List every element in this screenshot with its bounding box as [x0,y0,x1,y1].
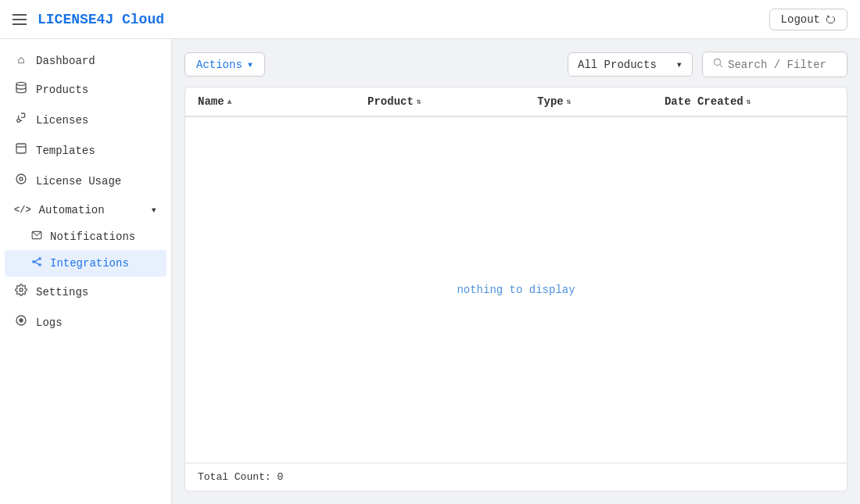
svg-point-0 [16,82,26,85]
sidebar-item-label: Notifications [50,231,135,243]
topbar: LICENSE4J Cloud Logout ⭮ [0,0,860,39]
sidebar: ⌂ Dashboard Products Licenses Templates [0,39,172,504]
sidebar-item-automation[interactable]: </> Automation ▾ [0,196,171,223]
settings-icon [14,284,28,300]
sidebar-item-notifications[interactable]: Notifications [0,223,171,250]
search-icon [712,57,723,72]
sidebar-item-label: Logs [36,316,63,329]
column-header-type[interactable]: Type ⇅ [537,95,665,108]
column-header-product[interactable]: Product ⇅ [367,95,537,108]
column-date-label: Date Created [665,95,744,108]
column-header-date-created[interactable]: Date Created ⇅ [665,95,834,108]
total-count-label: Total Count: 0 [198,471,283,483]
svg-point-9 [39,264,41,266]
svg-point-14 [20,319,23,322]
table-footer: Total Count: 0 [185,463,847,491]
sidebar-item-label: License Usage [36,175,121,188]
table-header: Name ▲ Product ⇅ Type ⇅ Date Created ⇅ [185,88,847,117]
logout-label: Logout [781,13,820,26]
toolbar: Actions ▾ All Products ▾ [185,52,847,77]
topbar-left: LICENSE4J Cloud [13,12,164,27]
actions-label: Actions [196,59,242,71]
svg-point-15 [714,59,720,65]
automation-icon: </> [14,205,31,216]
sidebar-item-label: Templates [36,145,95,157]
sidebar-item-dashboard[interactable]: ⌂ Dashboard [0,47,171,74]
notifications-icon [31,230,42,244]
products-chevron-icon: ▾ [676,58,683,71]
products-filter-select[interactable]: All Products ▾ [568,52,693,77]
svg-point-12 [20,288,23,291]
main-layout: ⌂ Dashboard Products Licenses Templates [0,39,860,504]
templates-icon [14,142,28,159]
column-product-label: Product [367,95,414,108]
sidebar-item-label: Products [36,84,88,96]
actions-button[interactable]: Actions ▾ [185,52,265,77]
sidebar-item-templates[interactable]: Templates [0,135,171,166]
column-header-name[interactable]: Name ▲ [198,95,367,108]
sidebar-item-label: Settings [36,286,88,298]
products-filter-label: All Products [578,59,657,71]
products-icon [14,81,28,98]
brand-title: LICENSE4J Cloud [38,12,164,27]
sort-product-icon: ⇅ [417,97,421,106]
sidebar-item-label: Integrations [50,257,129,270]
menu-hamburger-icon[interactable] [13,14,27,25]
sidebar-item-settings[interactable]: Settings [0,277,171,307]
sidebar-item-label: Licenses [36,114,88,127]
logs-icon [14,314,28,331]
svg-rect-2 [16,144,26,153]
sidebar-item-label: Automation [39,204,105,216]
sidebar-item-products[interactable]: Products [0,74,171,105]
sidebar-item-label: Dashboard [36,55,95,67]
svg-point-5 [20,177,23,181]
table-body: nothing to display [185,117,847,463]
data-table: Name ▲ Product ⇅ Type ⇅ Date Created ⇅ n… [185,87,847,491]
column-name-label: Name [198,95,224,108]
sort-type-icon: ⇅ [567,97,572,106]
svg-point-7 [33,261,34,263]
empty-message: nothing to display [457,284,575,296]
content-area: Actions ▾ All Products ▾ Name ▲ [172,39,860,504]
svg-line-10 [34,259,39,263]
sidebar-item-license-usage[interactable]: License Usage [0,166,171,196]
svg-point-4 [16,174,26,184]
chevron-down-icon: ▾ [151,203,157,216]
integrations-icon [31,256,42,270]
search-input[interactable] [728,59,837,71]
column-type-label: Type [537,95,564,108]
search-filter-box [702,52,847,77]
logout-button[interactable]: Logout ⭮ [769,9,847,30]
sidebar-item-licenses[interactable]: Licenses [0,105,171,135]
logout-icon: ⭮ [825,13,836,26]
svg-point-1 [17,119,20,122]
actions-chevron-icon: ▾ [247,58,253,71]
sort-asc-icon: ▲ [228,98,232,106]
sidebar-item-integrations[interactable]: Integrations [5,250,167,277]
sidebar-item-logs[interactable]: Logs [0,307,171,338]
svg-line-16 [720,65,722,67]
dashboard-icon: ⌂ [14,54,28,67]
sort-date-icon: ⇅ [747,97,751,106]
license-usage-icon [14,173,28,189]
svg-point-8 [39,258,41,259]
licenses-icon [14,112,28,128]
svg-line-11 [34,262,39,265]
